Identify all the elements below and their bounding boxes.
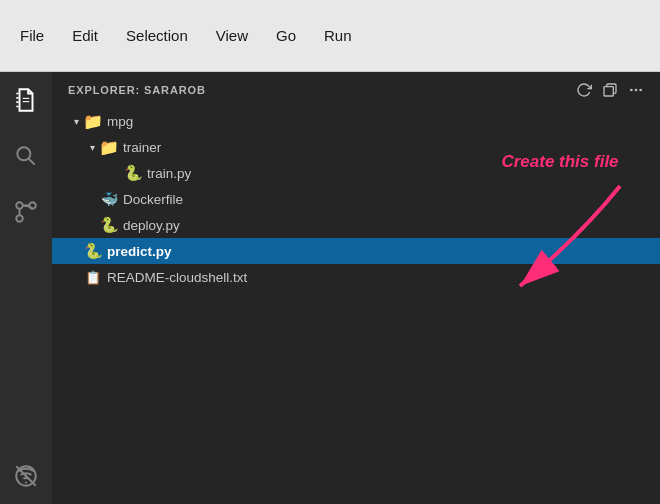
- menu-bar: File Edit Selection View Go Run: [0, 0, 660, 72]
- spacer-train: [108, 165, 124, 181]
- spacer-docker: [84, 191, 100, 207]
- search-activity-icon[interactable]: [8, 138, 44, 174]
- menu-selection[interactable]: Selection: [126, 27, 188, 44]
- refresh-button[interactable]: [576, 82, 592, 98]
- python-icon-predict: 🐍: [84, 242, 102, 260]
- tree-item-deploy-py[interactable]: 🐍 deploy.py: [52, 212, 660, 238]
- chevron-trainer: ▾: [84, 139, 100, 155]
- file-name-mpg: mpg: [107, 114, 133, 129]
- svg-rect-0: [23, 101, 30, 102]
- tree-item-readme[interactable]: 📋 README-cloudshell.txt: [52, 264, 660, 290]
- svg-rect-1: [23, 98, 30, 99]
- svg-point-14: [639, 89, 642, 92]
- folder-icon-trainer: 📁: [100, 138, 118, 156]
- tree-item-train-py[interactable]: 🐍 train.py: [52, 160, 660, 186]
- docker-icon-dockerfile: 🐳: [100, 190, 118, 208]
- activity-bar: [0, 72, 52, 504]
- main-area: EXPLORER: SARAROB: [0, 72, 660, 504]
- explorer-title: EXPLORER: SARAROB: [68, 84, 206, 96]
- spacer-deploy: [84, 217, 100, 233]
- menu-view[interactable]: View: [216, 27, 248, 44]
- svg-rect-11: [604, 87, 613, 96]
- svg-point-12: [630, 89, 633, 92]
- files-activity-icon[interactable]: [8, 82, 44, 118]
- file-name-trainer: trainer: [123, 140, 161, 155]
- menu-go[interactable]: Go: [276, 27, 296, 44]
- file-name-readme: README-cloudshell.txt: [107, 270, 247, 285]
- tree-item-trainer[interactable]: ▾ 📁 trainer: [52, 134, 660, 160]
- txt-icon-readme: 📋: [84, 268, 102, 286]
- svg-point-4: [16, 215, 23, 222]
- spacer-readme: [68, 269, 84, 285]
- menu-file[interactable]: File: [20, 27, 44, 44]
- chevron-mpg: ▾: [68, 113, 84, 129]
- file-name-train-py: train.py: [147, 166, 191, 181]
- python-icon-train: 🐍: [124, 164, 142, 182]
- svg-point-6: [16, 202, 23, 209]
- menu-run[interactable]: Run: [324, 27, 352, 44]
- menu-edit[interactable]: Edit: [72, 27, 98, 44]
- collapse-button[interactable]: [602, 82, 618, 98]
- file-name-deploy-py: deploy.py: [123, 218, 180, 233]
- svg-point-13: [635, 89, 638, 92]
- svg-line-3: [29, 159, 35, 165]
- tree-item-mpg[interactable]: ▾ 📁 mpg: [52, 108, 660, 134]
- explorer-header: EXPLORER: SARAROB: [52, 72, 660, 106]
- file-tree: ▾ 📁 mpg ▾ 📁 trainer 🐍 train.py: [52, 106, 660, 504]
- more-actions-button[interactable]: [628, 82, 644, 98]
- file-name-predict-py: predict.py: [107, 244, 172, 259]
- source-control-activity-icon[interactable]: [8, 194, 44, 230]
- explorer-actions: [576, 82, 644, 98]
- svg-point-10: [25, 481, 27, 483]
- file-name-dockerfile: Dockerfile: [123, 192, 183, 207]
- folder-icon-mpg: 📁: [84, 112, 102, 130]
- svg-point-2: [17, 147, 30, 160]
- remote-activity-icon[interactable]: [8, 458, 44, 494]
- tree-item-predict-py[interactable]: 🐍 predict.py: [52, 238, 660, 264]
- spacer-predict: [68, 243, 84, 259]
- sidebar: EXPLORER: SARAROB: [52, 72, 660, 504]
- tree-item-dockerfile[interactable]: 🐳 Dockerfile: [52, 186, 660, 212]
- python-icon-deploy: 🐍: [100, 216, 118, 234]
